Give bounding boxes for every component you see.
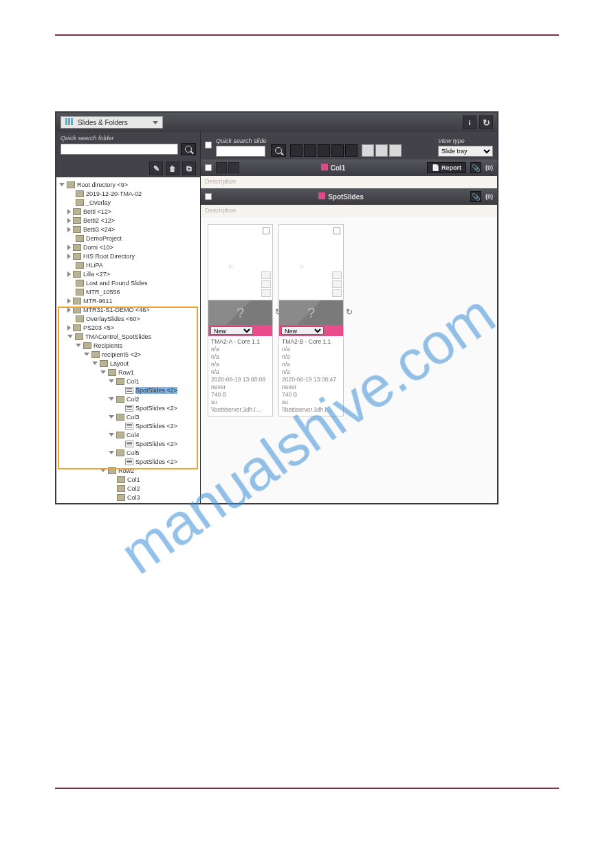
refresh-icon[interactable]: ↻ [346,307,354,315]
slide-card[interactable]: ⎌?↻NewTMA2-A - Core 1.1n/an/an/an/a2020-… [208,224,273,416]
viewtype-select[interactable]: Slide tray [438,146,493,157]
tree-item[interactable]: Betti2 <12> [66,216,197,225]
col-tool-button-1[interactable] [216,162,227,173]
slide-checkbox[interactable] [263,227,270,234]
tree-item[interactable]: Layout [91,359,197,368]
tree-item[interactable]: SpotSlides <2> [116,403,197,412]
slide-action-button[interactable] [332,280,342,288]
tree-item[interactable]: Lost and Found Slides [66,278,197,287]
col-select-checkbox[interactable] [205,164,212,171]
filter-button-2[interactable] [304,144,316,157]
refresh-button[interactable] [479,115,493,129]
tree-item[interactable]: Recipients [74,341,197,350]
tree-item[interactable]: MTR-9611 [66,296,197,305]
col-attach-button[interactable]: 📎 [470,162,481,173]
tree-item[interactable]: HIS Root Directory [66,252,197,260]
report-button[interactable]: 📄Report [427,162,466,173]
tree-expander-icon[interactable] [100,469,106,472]
tree-item[interactable]: Root directory <9> [58,180,197,189]
tree-expander-icon[interactable] [67,271,71,277]
folder-search-button[interactable] [181,143,196,155]
tree-expander-icon[interactable] [67,245,71,250]
tree-item[interactable]: Col4 [107,502,197,503]
tree-item[interactable]: Col3 [107,412,197,421]
slide-checkbox[interactable] [333,227,340,234]
tree-item[interactable]: MTR31-S1-DEMO <46> [66,305,197,314]
tree-expander-icon[interactable] [92,361,98,365]
tree-expander-icon[interactable] [67,325,71,331]
tree-expander-icon[interactable] [100,370,106,374]
tree-expander-icon[interactable] [67,218,71,223]
tree-expander-icon[interactable] [109,433,114,436]
tree-expander-icon[interactable] [67,254,71,259]
tree-item[interactable]: _Overlay [66,198,197,207]
panel-selector-dropdown[interactable]: Slides & Folders [61,116,163,129]
tree-expander-icon[interactable] [109,415,114,419]
tree-expander-icon[interactable] [76,344,81,347]
tree-item[interactable]: Row1 [99,368,197,377]
tree-item[interactable]: MTR_10556 [66,287,197,296]
tree-expander-icon[interactable] [59,183,65,186]
tree-item[interactable]: SpotSlides <2> [116,386,197,394]
view-button-2[interactable] [375,144,388,157]
tree-expander-icon[interactable] [67,209,71,214]
slide-status-select[interactable]: New [281,326,324,335]
tree-item[interactable]: 2019-12-20-TMA-02 [66,189,197,198]
tree-item[interactable]: Col5 [107,448,197,457]
tree-item[interactable]: recipient5 <2> [83,350,197,359]
tree-item[interactable]: Domi <10> [66,243,197,252]
select-all-top-checkbox[interactable] [205,142,212,148]
tree-item[interactable]: Lilla <27> [66,269,197,278]
filter-button-4[interactable] [331,144,344,157]
tree-expander-icon[interactable] [109,379,114,383]
tree-item[interactable]: Col1 [107,475,197,484]
tree-expander-icon[interactable] [67,298,71,304]
folder-tree[interactable]: Root directory <9>2019-12-20-TMA-02_Over… [56,177,200,503]
tree-item[interactable]: Betti <12> [66,207,197,216]
slide-search-button[interactable] [271,144,286,157]
tree-item[interactable]: Col1 [107,377,197,386]
tree-item[interactable]: Col2 [107,484,197,493]
tree-item[interactable]: OverlaySlides <60> [66,314,197,323]
tree-item[interactable]: PS203 <5> [66,323,197,332]
filter-button-3[interactable] [318,144,330,157]
slide-action-button[interactable] [261,289,271,297]
tree-item[interactable]: Col3 [107,493,197,502]
tree-item[interactable]: Col2 [107,394,197,403]
tree-item[interactable]: Betti3 <24> [66,225,197,234]
slide-action-button[interactable] [332,271,342,279]
slide-search-input[interactable] [216,146,265,157]
spot-select-checkbox[interactable] [205,193,212,200]
slide-action-button[interactable] [261,280,271,288]
tree-item[interactable]: SpotSlides <2> [116,439,197,448]
tree-item[interactable]: Col4 [107,430,197,439]
tree-expander-icon[interactable] [67,335,73,338]
slide-card[interactable]: ⎌?↻NewTMA2-B - Core 1.1n/an/an/an/a2020-… [278,224,344,416]
tree-expander-icon[interactable] [109,397,114,401]
copy-folder-button[interactable] [182,162,196,175]
spot-attach-button[interactable]: 📎 [470,191,481,202]
slide-thumbnail: ⎌ [279,225,343,300]
filter-button-5[interactable] [345,144,358,157]
tree-expander-icon[interactable] [67,227,71,232]
tree-item[interactable]: SpotSlides <2> [116,457,197,466]
tree-item[interactable]: TMAControl_SpotSlides [66,332,197,341]
slide-action-button[interactable] [332,289,342,297]
folder-search-input[interactable] [61,144,178,155]
delete-folder-button[interactable] [166,162,179,175]
tree-expander-icon[interactable] [67,307,71,313]
col-tool-button-2[interactable] [228,162,239,173]
slide-action-button[interactable] [261,271,271,279]
tree-expander-icon[interactable] [109,451,114,454]
view-button-1[interactable] [362,144,374,157]
tree-item[interactable]: SpotSlides <2> [116,421,197,430]
filter-button-1[interactable] [290,144,303,157]
tree-item[interactable]: HLiPA [66,260,197,269]
tree-item[interactable]: Row2 [99,466,197,475]
view-button-3[interactable] [389,144,402,157]
info-button[interactable] [463,115,476,129]
slide-status-select[interactable]: New [210,326,253,335]
tree-item[interactable]: DemoProject [66,234,197,243]
tree-expander-icon[interactable] [84,353,89,356]
edit-folder-button[interactable] [149,162,163,175]
